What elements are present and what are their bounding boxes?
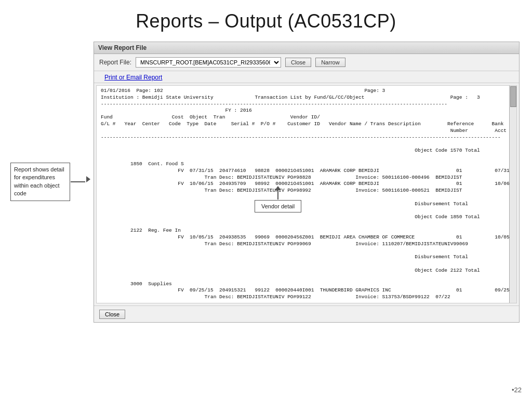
window-footer: Close	[94, 305, 519, 322]
slide-title: Reports – Output (AC0531CP)	[21, 10, 511, 32]
callout-vendor: Vendor detail	[255, 200, 301, 212]
slide-container: Reports – Output (AC0531CP) Report shows…	[0, 0, 532, 399]
close-button-footer[interactable]: Close	[99, 310, 125, 319]
report-file-label: Report File:	[99, 59, 131, 66]
report-content-area: 01/01/2016 Page: 102 Page: 3 Institution…	[96, 85, 517, 303]
slide-number: •22	[512, 386, 522, 394]
arrow-up-icon	[275, 186, 281, 190]
report-file-select[interactable]: MNSCURPT_ROOT.[BEM]AC0531CP_RI29335606.R…	[136, 57, 281, 68]
report-scrollbar[interactable]	[509, 86, 516, 303]
print-email-link[interactable]: Print or Email Report	[99, 72, 167, 83]
arrow-right-icon	[86, 176, 90, 182]
narrow-button[interactable]: Narrow	[315, 58, 345, 67]
window-toolbar: Report File: MNSCURPT_ROOT.[BEM]AC0531CP…	[94, 54, 519, 71]
scrollbar-thumb[interactable]	[510, 86, 516, 107]
report-text-block: 01/01/2016 Page: 102 Page: 3 Institution…	[97, 86, 516, 303]
report-window: View Report File Report File: MNSCURPT_R…	[94, 42, 520, 323]
window-titlebar: View Report File	[94, 42, 519, 54]
callout-annotation-left: Report shows detail for expenditures wit…	[10, 163, 70, 201]
close-button-toolbar[interactable]: Close	[285, 58, 311, 67]
